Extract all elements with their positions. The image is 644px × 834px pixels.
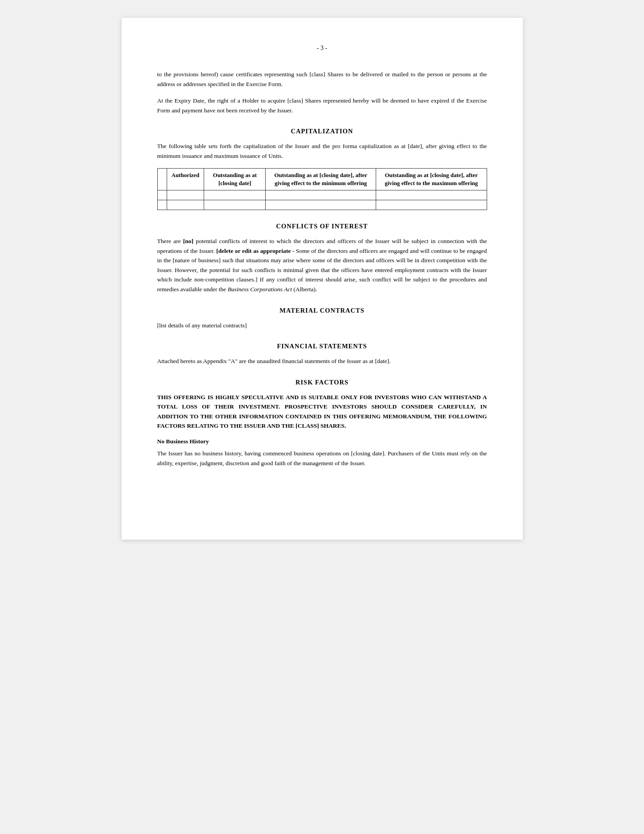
table-header-outstanding-minimum: Outstanding as at [closing date], after … bbox=[266, 168, 376, 190]
document-page: - 3 - to the provisions hereof) cause ce… bbox=[122, 18, 523, 540]
material-contracts-heading: MATERIAL CONTRACTS bbox=[157, 307, 487, 314]
table-header-authorized: Authorized bbox=[167, 168, 204, 190]
paragraph-1: to the provisions hereof) cause certific… bbox=[157, 70, 487, 89]
capitalization-heading: CAPITALIZATION bbox=[157, 128, 487, 135]
paragraph-2: At the Expiry Date, the right of a Holde… bbox=[157, 96, 487, 115]
table-cell bbox=[167, 190, 204, 200]
act-name: Business Corporations Act bbox=[228, 286, 292, 293]
table-cell bbox=[167, 200, 204, 210]
table-row bbox=[157, 190, 487, 200]
no-business-history-heading: No Business History bbox=[157, 438, 487, 445]
financial-statements-text: Attached hereto as Appendix "A" are the … bbox=[157, 356, 487, 366]
table-header-outstanding-closing: Outstanding as at [closing date] bbox=[204, 168, 266, 190]
page-number: - 3 - bbox=[157, 45, 487, 52]
risk-warning-text: THIS OFFERING IS HIGHLY SPECULATIVE AND … bbox=[157, 392, 487, 431]
table-cell bbox=[157, 190, 167, 200]
financial-statements-heading: FINANCIAL STATEMENTS bbox=[157, 343, 487, 350]
material-contracts-text: [list details of any material contracts] bbox=[157, 321, 487, 330]
table-cell bbox=[376, 190, 487, 200]
capitalization-intro: The following table sets forth the capit… bbox=[157, 141, 487, 161]
risk-factors-heading: RISK FACTORS bbox=[157, 379, 487, 386]
table-cell bbox=[266, 200, 376, 210]
table-header-outstanding-maximum: Outstanding as at [closing date], after … bbox=[376, 168, 487, 190]
conflicts-heading: CONFLICTS OF INTEREST bbox=[157, 223, 487, 230]
bold-no: [no] bbox=[183, 238, 193, 244]
table-cell bbox=[204, 200, 266, 210]
conflicts-text: There are [no] potential conflicts of in… bbox=[157, 236, 487, 294]
table-cell bbox=[157, 200, 167, 210]
table-row bbox=[157, 200, 487, 210]
table-cell bbox=[204, 190, 266, 200]
table-cell bbox=[376, 200, 487, 210]
table-header-row: Authorized Outstanding as at [closing da… bbox=[157, 168, 487, 190]
no-business-history-text: The Issuer has no business history, havi… bbox=[157, 449, 487, 468]
table-cell bbox=[266, 190, 376, 200]
capitalization-table: Authorized Outstanding as at [closing da… bbox=[157, 168, 487, 210]
delete-edit-label: [delete or edit as appropriate - bbox=[216, 248, 294, 254]
table-header-col0 bbox=[157, 168, 167, 190]
